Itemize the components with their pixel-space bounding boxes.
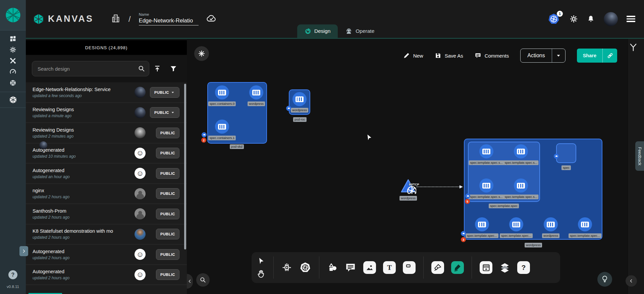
copy-link-button[interactable] — [602, 49, 617, 63]
components-tool-button[interactable] — [281, 262, 292, 273]
settings-button[interactable] — [570, 15, 578, 23]
sidebar-item-configuration[interactable] — [0, 55, 26, 66]
organization-button[interactable] — [111, 14, 120, 24]
frame-tool-button[interactable] — [403, 261, 416, 274]
design-list-item[interactable]: Reviewing Designs updated a minute ago P… — [26, 103, 187, 123]
text-tool-button[interactable]: T — [383, 261, 396, 274]
design-list-item[interactable]: Autogenerated updated 2 hours ago PUBLIC — [26, 265, 187, 285]
visibility-badge[interactable]: PUBLIC — [156, 188, 179, 199]
pod-status-badge[interactable] — [202, 132, 207, 137]
visibility-badge[interactable]: PUBLIC — [156, 168, 179, 179]
cloud-saved-icon — [206, 13, 217, 24]
panel-collapse-button[interactable] — [187, 274, 193, 289]
menu-button[interactable] — [627, 16, 635, 22]
container-node[interactable] — [475, 217, 489, 231]
design-list-item[interactable]: Santhosh-Prom updated 2 hours ago PUBLIC — [26, 204, 187, 224]
visibility-badge[interactable]: PUBLIC — [156, 269, 179, 280]
new-button[interactable]: New — [403, 52, 423, 59]
design-list-item[interactable] — [26, 285, 187, 294]
sidebar-item-kanvas[interactable] — [0, 92, 26, 107]
pod-status-badge[interactable] — [286, 106, 291, 111]
dock-collapse-button[interactable] — [626, 275, 637, 287]
nav-expand-button[interactable] — [19, 246, 28, 256]
canvas-menu-button[interactable] — [194, 46, 209, 61]
container-node[interactable] — [479, 178, 493, 193]
user-avatar[interactable] — [604, 12, 618, 26]
share-button[interactable]: Share — [577, 49, 617, 63]
container-node[interactable] — [249, 85, 263, 99]
drawer-tool-button[interactable] — [480, 261, 492, 274]
design-list-item[interactable]: Autogenerated updated 10 minutes ago PUB… — [26, 143, 187, 164]
gauge-icon — [9, 68, 16, 75]
comments-button[interactable]: Comments — [475, 52, 509, 59]
kanvas-logo[interactable]: KANVAS — [33, 13, 94, 25]
pen-tool-button[interactable] — [431, 261, 444, 274]
image-tool-button[interactable] — [363, 261, 376, 274]
sidebar-item-dashboard[interactable] — [0, 33, 26, 44]
visibility-badge[interactable]: PUBLIC — [156, 229, 179, 239]
visibility-badge[interactable]: PUBLIC — [150, 87, 179, 98]
actions-button[interactable]: Actions — [520, 49, 565, 63]
node-spec[interactable] — [556, 143, 576, 163]
search-input[interactable] — [32, 61, 149, 76]
help-tool-button[interactable]: ? — [517, 261, 530, 274]
save-as-button[interactable]: Save As — [435, 52, 463, 59]
container-node[interactable] — [509, 217, 523, 231]
container-node[interactable] — [578, 217, 592, 231]
pod-status-badge[interactable] — [465, 194, 470, 199]
pan-tool-button[interactable] — [257, 270, 266, 278]
tab-design[interactable]: Design — [297, 24, 338, 38]
flow-toggle-button[interactable] — [629, 43, 638, 53]
visibility-badge[interactable]: PUBLIC — [156, 148, 179, 158]
layers-button[interactable] — [499, 262, 510, 273]
design-list-item[interactable]: nginx updated 2 hours ago PUBLIC — [26, 184, 187, 204]
service-node[interactable] — [400, 178, 416, 194]
design-list-item[interactable]: Autogenerated updated an hour ago PUBLIC — [26, 163, 187, 184]
container-node[interactable] — [215, 120, 229, 134]
filter-button[interactable] — [165, 65, 181, 72]
design-list-item[interactable]: K8 Statefulset demonstration with mo upd… — [26, 224, 187, 245]
kubernetes-context-switcher[interactable]: 1 — [547, 13, 561, 25]
freehand-draw-button[interactable] — [451, 261, 464, 274]
error-count-badge[interactable]: 5 — [465, 199, 470, 204]
designs-scrollbar[interactable] — [184, 84, 186, 249]
visibility-badge[interactable]: PUBLIC — [156, 249, 179, 260]
container-node[interactable] — [215, 85, 229, 99]
sidebar-item-lifecycle[interactable] — [0, 44, 26, 55]
container-node[interactable] — [514, 144, 528, 158]
meshery-logo[interactable] — [0, 0, 26, 30]
edge-service-to-deployment[interactable] — [416, 187, 462, 187]
import-design-button[interactable] — [149, 65, 165, 72]
pod-status-badge[interactable] — [461, 231, 466, 236]
notifications-button[interactable] — [587, 15, 595, 23]
container-node[interactable] — [479, 144, 493, 158]
zoom-button[interactable] — [196, 273, 210, 287]
error-count-badge[interactable]: 3 — [461, 237, 466, 242]
comment-tool-button[interactable] — [345, 262, 356, 273]
node-group-template-spec[interactable] — [468, 142, 540, 202]
design-list-item[interactable]: Reviewing Designs updated 2 minutes ago … — [26, 123, 187, 143]
sidebar-item-performance[interactable] — [0, 66, 26, 77]
error-count-badge[interactable]: 2 — [201, 138, 206, 143]
help-button[interactable]: ? — [8, 270, 17, 279]
sidebar-item-extensions[interactable] — [0, 77, 26, 88]
tour-button[interactable] — [597, 272, 612, 287]
visibility-badge[interactable]: PUBLIC — [156, 209, 179, 219]
select-tool-button[interactable] — [257, 257, 265, 265]
design-canvas[interactable]: New Save As Comments Actions Share — [187, 39, 644, 294]
node-label: spec.template.spec.s... — [503, 195, 538, 199]
feedback-tab[interactable]: Feedback — [635, 141, 644, 171]
kubernetes-tool-button[interactable] — [299, 262, 311, 274]
shapes-tool-button[interactable] — [327, 262, 338, 273]
pod-status-badge[interactable] — [554, 154, 559, 159]
tab-operate[interactable]: Operate — [338, 24, 382, 38]
design-list-item[interactable]: Autogenerated updated 2 hours ago PUBLIC — [26, 244, 187, 265]
container-node[interactable] — [292, 92, 307, 106]
design-list-item[interactable]: Edge-Network-Relationship: Service updat… — [26, 82, 187, 103]
container-node[interactable] — [544, 217, 558, 231]
actions-dropdown[interactable] — [552, 49, 565, 62]
design-name-input[interactable] — [139, 17, 199, 25]
visibility-badge[interactable]: PUBLIC — [150, 107, 179, 118]
visibility-badge[interactable]: PUBLIC — [156, 128, 179, 138]
container-node[interactable] — [514, 178, 528, 193]
